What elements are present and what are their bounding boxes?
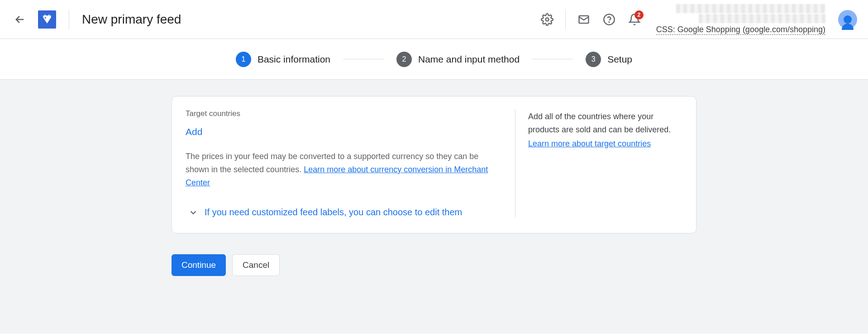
notification-badge: 2	[634, 10, 644, 19]
notifications-button[interactable]: 2	[624, 9, 645, 30]
cancel-button[interactable]: Cancel	[232, 254, 280, 276]
card-side-help: Add all of the countries where your prod…	[515, 109, 682, 218]
expander-label: If you need customized feed labels, you …	[205, 207, 462, 218]
divider	[69, 10, 69, 29]
action-row: Continue Cancel	[172, 254, 696, 276]
help-button[interactable]	[598, 9, 620, 30]
step-connector	[343, 59, 384, 59]
step-name-and-input[interactable]: 2 Name and input method	[396, 52, 520, 67]
step-connector	[532, 59, 573, 59]
account-avatar[interactable]	[838, 10, 857, 29]
step-label: Name and input method	[418, 54, 520, 65]
settings-button[interactable]	[536, 9, 558, 30]
content-area: Target countries Add The prices in your …	[0, 80, 868, 334]
mail-button[interactable]	[573, 9, 595, 30]
target-countries-learn-more-link[interactable]: Learn more about target countries	[528, 139, 651, 148]
stepper: 1 Basic information 2 Name and input met…	[0, 39, 868, 80]
svg-point-0	[545, 18, 548, 21]
target-countries-card: Target countries Add The prices in your …	[172, 96, 696, 233]
divider	[565, 10, 566, 29]
merchant-center-logo	[38, 10, 56, 29]
step-number: 2	[396, 52, 412, 67]
tag-icon	[41, 14, 53, 25]
field-label: Target countries	[186, 109, 497, 118]
header-bar: New primary feed 2 CSS: Google Shopping …	[0, 0, 868, 39]
gear-icon	[541, 13, 553, 26]
side-help-text: Add all of the countries where your prod…	[528, 110, 682, 136]
step-number: 3	[586, 52, 601, 67]
account-info[interactable]: CSS: Google Shopping (google.com/shoppin…	[656, 4, 825, 35]
feed-labels-expander[interactable]: If you need customized feed labels, you …	[188, 207, 497, 218]
page-title: New primary feed	[82, 12, 181, 27]
card-main: Target countries Add The prices in your …	[186, 109, 515, 218]
css-selector[interactable]: CSS: Google Shopping (google.com/shoppin…	[656, 25, 825, 35]
step-number: 1	[236, 52, 251, 67]
continue-button[interactable]: Continue	[172, 254, 226, 276]
add-country-link[interactable]: Add	[186, 126, 202, 137]
header-right: 2 CSS: Google Shopping (google.com/shopp…	[536, 4, 857, 35]
svg-point-3	[609, 22, 609, 22]
person-icon	[844, 15, 852, 24]
redacted-line	[676, 4, 825, 13]
arrow-left-icon	[14, 13, 26, 26]
redacted-line	[699, 14, 825, 23]
help-icon	[603, 13, 615, 26]
step-label: Setup	[607, 54, 632, 65]
mail-icon	[577, 13, 590, 26]
header-left: New primary feed	[11, 10, 181, 29]
back-button[interactable]	[11, 10, 29, 29]
step-setup[interactable]: 3 Setup	[586, 52, 632, 67]
chevron-down-icon	[188, 208, 198, 218]
step-basic-information[interactable]: 1 Basic information	[236, 52, 330, 67]
currency-info-text: The prices in your feed may be converted…	[186, 150, 497, 189]
step-label: Basic information	[258, 54, 330, 65]
